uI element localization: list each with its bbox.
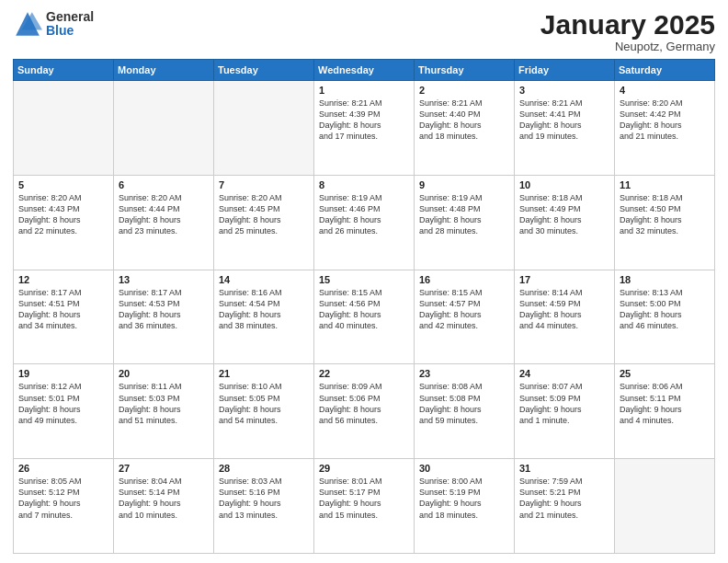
- day-number: 30: [419, 463, 509, 474]
- table-row: 29Sunrise: 8:01 AM Sunset: 5:17 PM Dayli…: [314, 459, 415, 554]
- day-info: Sunrise: 8:15 AM Sunset: 4:57 PM Dayligh…: [419, 287, 509, 332]
- day-number: 26: [18, 463, 108, 474]
- day-info: Sunrise: 8:08 AM Sunset: 5:08 PM Dayligh…: [419, 381, 509, 426]
- day-number: 1: [319, 85, 409, 96]
- table-row: 19Sunrise: 8:12 AM Sunset: 5:01 PM Dayli…: [14, 364, 114, 459]
- day-number: 22: [319, 368, 409, 379]
- table-row: 18Sunrise: 8:13 AM Sunset: 5:00 PM Dayli…: [615, 270, 715, 364]
- table-row: 26Sunrise: 8:05 AM Sunset: 5:12 PM Dayli…: [14, 459, 114, 554]
- table-row: 7Sunrise: 8:20 AM Sunset: 4:45 PM Daylig…: [214, 175, 314, 270]
- day-number: 9: [419, 179, 509, 190]
- day-info: Sunrise: 8:18 AM Sunset: 4:49 PM Dayligh…: [519, 192, 609, 237]
- table-row: 17Sunrise: 8:14 AM Sunset: 4:59 PM Dayli…: [515, 270, 615, 364]
- day-info: Sunrise: 8:03 AM Sunset: 5:16 PM Dayligh…: [219, 476, 309, 521]
- day-info: Sunrise: 8:07 AM Sunset: 5:09 PM Dayligh…: [519, 381, 609, 426]
- day-number: 13: [119, 274, 209, 285]
- table-row: 23Sunrise: 8:08 AM Sunset: 5:08 PM Dayli…: [415, 364, 515, 459]
- calendar-week-row: 26Sunrise: 8:05 AM Sunset: 5:12 PM Dayli…: [14, 459, 715, 554]
- day-number: 19: [18, 368, 108, 379]
- table-row: 3Sunrise: 8:21 AM Sunset: 4:41 PM Daylig…: [515, 81, 615, 176]
- day-number: 23: [419, 368, 509, 379]
- day-number: 8: [319, 179, 409, 190]
- day-number: 20: [119, 368, 209, 379]
- table-row: 24Sunrise: 8:07 AM Sunset: 5:09 PM Dayli…: [515, 364, 615, 459]
- table-row: 16Sunrise: 8:15 AM Sunset: 4:57 PM Dayli…: [415, 270, 515, 364]
- page: General Blue January 2025 Neupotz, Germa…: [0, 0, 728, 563]
- day-info: Sunrise: 8:16 AM Sunset: 4:54 PM Dayligh…: [219, 287, 309, 332]
- day-number: 6: [119, 179, 209, 190]
- calendar-table: Sunday Monday Tuesday Wednesday Thursday…: [13, 59, 715, 554]
- table-row: 11Sunrise: 8:18 AM Sunset: 4:50 PM Dayli…: [615, 175, 715, 270]
- table-row: 28Sunrise: 8:03 AM Sunset: 5:16 PM Dayli…: [214, 459, 314, 554]
- col-monday: Monday: [114, 60, 214, 81]
- table-row: 22Sunrise: 8:09 AM Sunset: 5:06 PM Dayli…: [314, 364, 415, 459]
- col-sunday: Sunday: [14, 60, 114, 81]
- day-number: 14: [219, 274, 309, 285]
- day-number: 25: [620, 368, 710, 379]
- day-number: 24: [519, 368, 609, 379]
- logo-blue: Blue: [46, 24, 94, 38]
- day-info: Sunrise: 7:59 AM Sunset: 5:21 PM Dayligh…: [519, 476, 609, 521]
- day-number: 16: [419, 274, 509, 285]
- table-row: 6Sunrise: 8:20 AM Sunset: 4:44 PM Daylig…: [114, 175, 214, 270]
- calendar-week-row: 5Sunrise: 8:20 AM Sunset: 4:43 PM Daylig…: [14, 175, 715, 270]
- day-info: Sunrise: 8:20 AM Sunset: 4:42 PM Dayligh…: [620, 98, 710, 143]
- table-row: [214, 81, 314, 176]
- day-number: 5: [18, 179, 108, 190]
- day-info: Sunrise: 8:12 AM Sunset: 5:01 PM Dayligh…: [18, 381, 108, 426]
- title-block: January 2025 Neupotz, Germany: [540, 9, 715, 53]
- col-tuesday: Tuesday: [214, 60, 314, 81]
- day-info: Sunrise: 8:17 AM Sunset: 4:51 PM Dayligh…: [18, 287, 108, 332]
- table-row: [615, 459, 715, 554]
- table-row: 10Sunrise: 8:18 AM Sunset: 4:49 PM Dayli…: [515, 175, 615, 270]
- table-row: [114, 81, 214, 176]
- table-row: 31Sunrise: 7:59 AM Sunset: 5:21 PM Dayli…: [515, 459, 615, 554]
- day-info: Sunrise: 8:10 AM Sunset: 5:05 PM Dayligh…: [219, 381, 309, 426]
- day-number: 15: [319, 274, 409, 285]
- day-info: Sunrise: 8:20 AM Sunset: 4:43 PM Dayligh…: [18, 192, 108, 237]
- calendar-header-row: Sunday Monday Tuesday Wednesday Thursday…: [14, 60, 715, 81]
- location-subtitle: Neupotz, Germany: [540, 40, 715, 53]
- table-row: 5Sunrise: 8:20 AM Sunset: 4:43 PM Daylig…: [14, 175, 114, 270]
- logo: General Blue: [13, 9, 94, 39]
- day-number: 12: [18, 274, 108, 285]
- day-info: Sunrise: 8:20 AM Sunset: 4:45 PM Dayligh…: [219, 192, 309, 237]
- day-number: 27: [119, 463, 209, 474]
- day-number: 28: [219, 463, 309, 474]
- table-row: 9Sunrise: 8:19 AM Sunset: 4:48 PM Daylig…: [415, 175, 515, 270]
- day-number: 18: [620, 274, 710, 285]
- col-friday: Friday: [515, 60, 615, 81]
- table-row: 13Sunrise: 8:17 AM Sunset: 4:53 PM Dayli…: [114, 270, 214, 364]
- col-saturday: Saturday: [615, 60, 715, 81]
- day-number: 21: [219, 368, 309, 379]
- table-row: 8Sunrise: 8:19 AM Sunset: 4:46 PM Daylig…: [314, 175, 415, 270]
- day-info: Sunrise: 8:09 AM Sunset: 5:06 PM Dayligh…: [319, 381, 409, 426]
- day-info: Sunrise: 8:18 AM Sunset: 4:50 PM Dayligh…: [620, 192, 710, 237]
- day-info: Sunrise: 8:15 AM Sunset: 4:56 PM Dayligh…: [319, 287, 409, 332]
- table-row: 25Sunrise: 8:06 AM Sunset: 5:11 PM Dayli…: [615, 364, 715, 459]
- day-info: Sunrise: 8:05 AM Sunset: 5:12 PM Dayligh…: [18, 476, 108, 521]
- month-title: January 2025: [540, 9, 715, 40]
- logo-general: General: [46, 10, 94, 24]
- day-number: 7: [219, 179, 309, 190]
- day-number: 29: [319, 463, 409, 474]
- header: General Blue January 2025 Neupotz, Germa…: [13, 9, 715, 53]
- day-info: Sunrise: 8:19 AM Sunset: 4:46 PM Dayligh…: [319, 192, 409, 237]
- logo-icon: [13, 9, 42, 39]
- day-info: Sunrise: 8:17 AM Sunset: 4:53 PM Dayligh…: [119, 287, 209, 332]
- calendar-week-row: 1Sunrise: 8:21 AM Sunset: 4:39 PM Daylig…: [14, 81, 715, 176]
- table-row: 4Sunrise: 8:20 AM Sunset: 4:42 PM Daylig…: [615, 81, 715, 176]
- col-wednesday: Wednesday: [314, 60, 415, 81]
- day-info: Sunrise: 8:04 AM Sunset: 5:14 PM Dayligh…: [119, 476, 209, 521]
- table-row: 2Sunrise: 8:21 AM Sunset: 4:40 PM Daylig…: [415, 81, 515, 176]
- logo-text: General Blue: [46, 10, 94, 39]
- day-number: 17: [519, 274, 609, 285]
- day-number: 2: [419, 85, 509, 96]
- day-info: Sunrise: 8:00 AM Sunset: 5:19 PM Dayligh…: [419, 476, 509, 521]
- day-info: Sunrise: 8:06 AM Sunset: 5:11 PM Dayligh…: [620, 381, 710, 426]
- table-row: 14Sunrise: 8:16 AM Sunset: 4:54 PM Dayli…: [214, 270, 314, 364]
- table-row: 12Sunrise: 8:17 AM Sunset: 4:51 PM Dayli…: [14, 270, 114, 364]
- table-row: 21Sunrise: 8:10 AM Sunset: 5:05 PM Dayli…: [214, 364, 314, 459]
- day-number: 4: [620, 85, 710, 96]
- calendar-week-row: 19Sunrise: 8:12 AM Sunset: 5:01 PM Dayli…: [14, 364, 715, 459]
